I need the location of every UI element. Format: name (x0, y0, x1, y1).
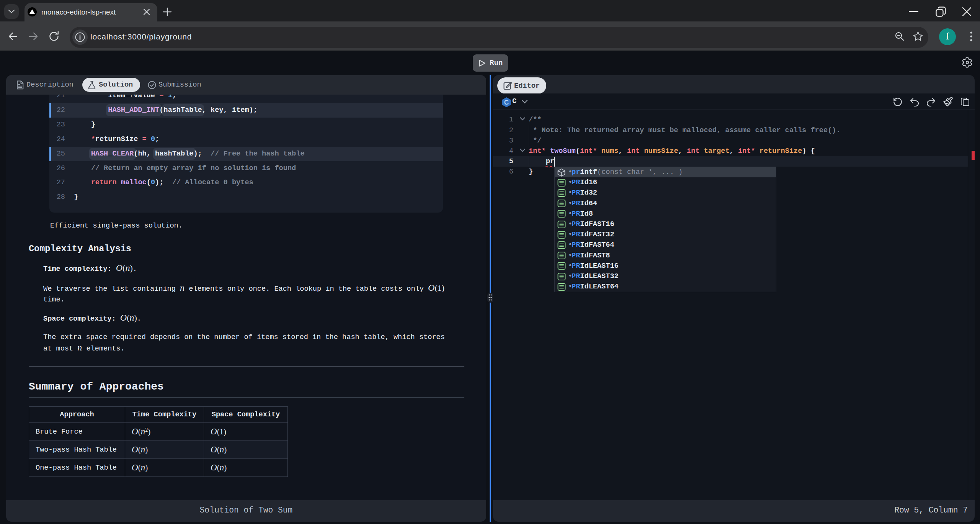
svg-text:C: C (504, 99, 509, 106)
